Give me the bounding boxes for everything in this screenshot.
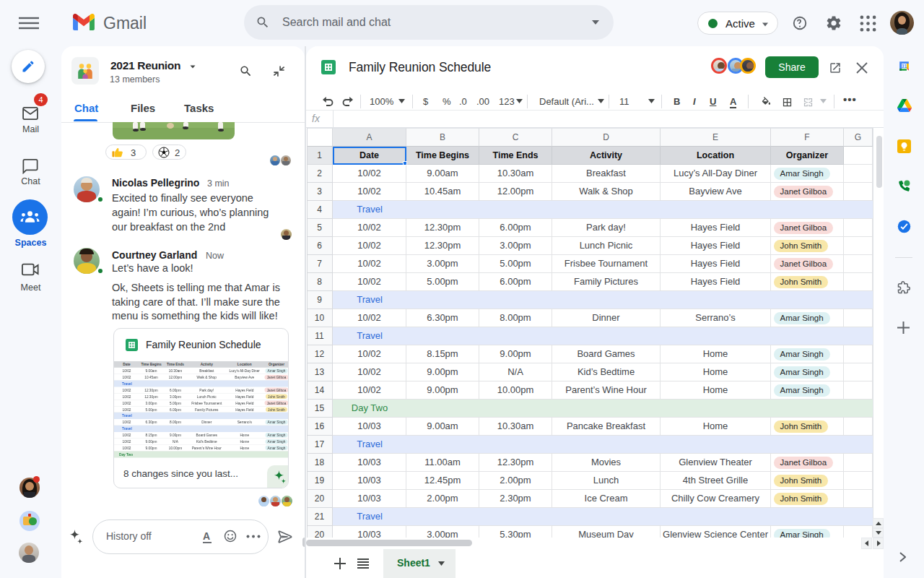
svg-text:A: A bbox=[203, 530, 210, 542]
svg-text:31: 31 bbox=[902, 64, 907, 69]
